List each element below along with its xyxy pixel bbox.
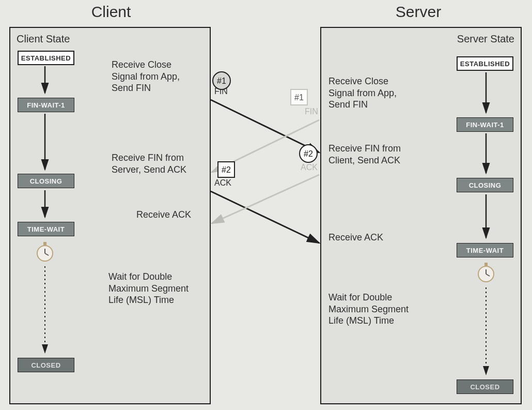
svg-line-8 (211, 100, 319, 153)
server-note-recvfin: Receive FIN from Client, Send ACK (328, 143, 401, 166)
mid-ack-client-label: ACK (214, 178, 231, 188)
server-state-heading: Server State (457, 33, 514, 45)
server-state-established: ESTABLISHED (457, 56, 513, 71)
server-note-wait: Wait for Double Maximum Segment Life (MS… (328, 292, 409, 327)
client-state-heading: Client State (17, 33, 70, 45)
client-title: Client (72, 3, 150, 21)
marker-square-client-2: #2 (218, 162, 234, 177)
client-state-closing: CLOSING (18, 174, 74, 188)
svg-text:#1: #1 (217, 77, 226, 85)
client-panel: Client State ESTABLISHED FIN-WAIT-1 CLOS… (9, 27, 211, 404)
server-title: Server (380, 3, 457, 21)
server-state-finwait1: FIN-WAIT-1 (457, 117, 513, 132)
client-state-timewait: TIME-WAIT (18, 222, 74, 236)
server-note-sendfin: Receive Close Signal from App, Send FIN (328, 75, 397, 111)
svg-rect-14 (218, 162, 234, 177)
server-state-closed: CLOSED (457, 379, 513, 394)
client-note-sendfin: Receive Close Signal from App, Send FIN (112, 59, 180, 94)
client-state-finwait1: FIN-WAIT-1 (18, 98, 74, 112)
marker-circle-server-2: #2 (300, 145, 317, 162)
client-note-wait: Wait for Double Maximum Segment Life (MS… (108, 271, 189, 306)
svg-text:#2: #2 (304, 149, 313, 158)
mid-fin-server-label: FIN (305, 107, 318, 116)
mid-fin-client-label: FIN (214, 87, 228, 96)
svg-text:#2: #2 (222, 165, 231, 174)
diagram-canvas: Client Server Client State ESTABLISHED F… (0, 0, 532, 410)
mid-ack-server-label: ACK (301, 163, 318, 172)
client-note-recvfin: Receive FIN from Server, Send ACK (112, 152, 186, 175)
svg-line-9 (211, 191, 319, 243)
server-state-timewait: TIME-WAIT (457, 243, 513, 257)
client-state-closed: CLOSED (18, 358, 74, 372)
svg-rect-16 (291, 89, 307, 105)
server-note-recvack: Receive ACK (328, 232, 383, 244)
server-panel: Server State ESTABLISHED FIN-WAIT-1 CLOS… (320, 27, 522, 404)
client-state-established: ESTABLISHED (18, 51, 74, 65)
svg-point-18 (300, 145, 317, 162)
client-note-recvack: Receive ACK (136, 209, 191, 221)
svg-text:#1: #1 (294, 93, 304, 102)
server-state-closing: CLOSING (457, 178, 513, 192)
marker-square-server-1: #1 (291, 89, 307, 105)
